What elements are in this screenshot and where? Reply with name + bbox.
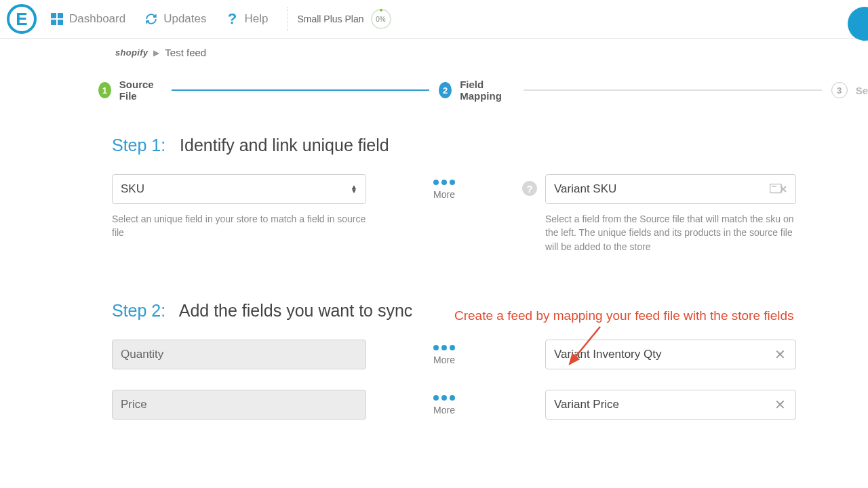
more-button[interactable]: More [433,189,455,200]
more-dots-icon [433,180,455,185]
dashboard-icon [50,12,64,26]
nav-help-label: Help [245,12,269,26]
more-button[interactable]: More [433,354,455,365]
card-clear-icon[interactable] [770,184,787,195]
step-settings[interactable]: 3 Se [831,82,868,98]
svg-rect-0 [770,184,782,193]
step-3-label: Se [856,85,868,96]
step-2-circle: 2 [439,82,452,98]
topnav: Dashboard Updates ? Help Small Plus Plan… [50,7,391,31]
step1-heading: Step 1: Identify and link unique field [112,136,868,155]
help-icon: ? [226,12,239,26]
avatar[interactable] [848,7,868,41]
store-field-value: SKU [121,182,144,196]
store-field-helper: Select an unique field in your store to … [112,212,366,240]
chevron-right-icon: ▶ [153,48,159,58]
plan-label: Small Plus Plan [297,14,363,24]
more-button[interactable]: More [433,405,455,415]
step1-num: Step 1: [112,136,165,155]
nav-updates-label: Updates [163,12,206,26]
step-line-1 [172,89,429,91]
sync-left-1-value: Price [121,398,147,411]
usage-pct: 0% [376,16,385,23]
step2-title: Add the fields you want to sync [179,301,413,320]
step-1-label: Source File [119,79,162,102]
sync-right-1-value: Variant Price [554,398,619,411]
refresh-icon [144,12,158,26]
separator [287,7,288,31]
source-field-value: Variant SKU [554,182,616,196]
store-field-select[interactable]: SKU ▲▼ [112,174,366,204]
more-dots-icon [433,345,455,350]
select-caret-icon: ▲▼ [351,185,357,193]
clear-icon[interactable]: ✕ [773,346,787,363]
wizard-stepper: 1 Source File 2 Field Mapping 3 Se [0,79,868,102]
svg-line-2 [570,327,600,364]
step-1-circle: 1 [98,82,111,98]
breadcrumb-feed: Test feed [165,47,206,58]
breadcrumb: shopify ▶ Test feed [0,39,868,58]
usage-badge: 0% [371,9,391,29]
step-field-mapping[interactable]: 2 Field Mapping [439,79,513,102]
step-3-circle: 3 [831,82,848,98]
annotation-text: Create a feed by mapping your feed file … [454,308,794,323]
logo: E [7,4,37,34]
help-tooltip-icon[interactable]: ? [522,181,537,196]
step-source-file[interactable]: 1 Source File [98,79,162,102]
sync-left-1[interactable]: Price [112,390,366,420]
annotation-arrow-icon [563,327,604,377]
step-line-2 [524,89,822,91]
step1-row: SKU ▲▼ Select an unique field in your st… [112,174,868,253]
sync-row-0: Quantity More Variant Inventory Qty ✕ [112,340,868,369]
sync-row-1: Price More Variant Price ✕ [112,390,868,420]
step-2-label: Field Mapping [460,79,513,102]
clear-icon[interactable]: ✕ [773,396,787,413]
sync-left-0-value: Quantity [121,348,163,361]
content: Step 1: Identify and link unique field S… [0,102,868,420]
more-dots-icon [433,395,455,401]
source-field-helper: Select a field from the Source file that… [545,212,796,253]
nav-dashboard-label: Dashboard [69,12,125,26]
topbar: E Dashboard Updates ? Help Small Plus Pl… [0,0,868,39]
sync-left-0[interactable]: Quantity [112,340,366,369]
source-field-input[interactable]: Variant SKU [545,174,796,204]
nav-updates[interactable]: Updates [144,12,206,26]
step2-num: Step 2: [112,301,165,320]
step1-title: Identify and link unique field [180,136,389,155]
sync-right-1[interactable]: Variant Price ✕ [545,390,796,420]
nav-help[interactable]: ? Help [226,12,269,26]
breadcrumb-store: shopify [115,47,148,58]
nav-dashboard[interactable]: Dashboard [50,12,125,26]
